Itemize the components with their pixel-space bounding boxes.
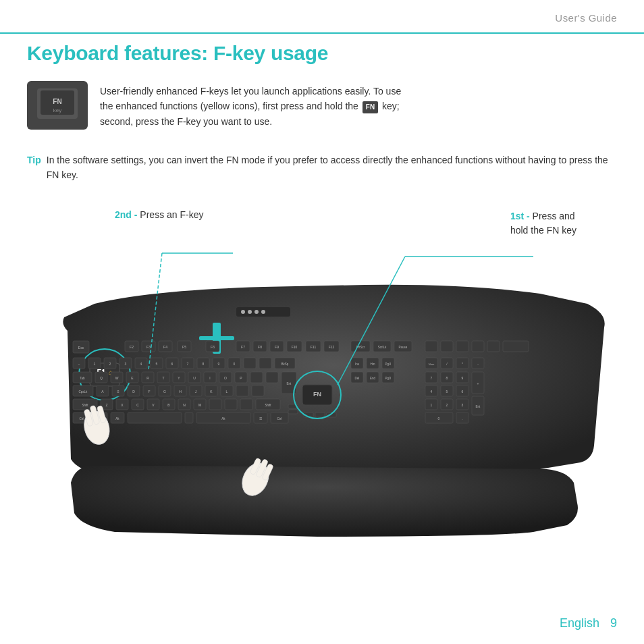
- svg-text:9: 9: [218, 362, 220, 366]
- svg-text:ScrlLk: ScrlLk: [378, 346, 387, 349]
- svg-text:FN: FN: [53, 98, 61, 105]
- fn-badge: FN: [363, 101, 378, 113]
- svg-point-24: [248, 310, 252, 314]
- svg-text:8: 8: [446, 376, 448, 380]
- svg-rect-48: [472, 341, 484, 352]
- svg-text:F4: F4: [163, 345, 167, 349]
- svg-text:Q: Q: [100, 376, 103, 380]
- svg-text:.: .: [462, 417, 462, 421]
- svg-text:Ctrl: Ctrl: [80, 417, 84, 421]
- footer: English 9: [560, 616, 617, 630]
- svg-text:BkSp: BkSp: [281, 363, 289, 366]
- svg-text:3: 3: [462, 403, 464, 407]
- svg-rect-176: [225, 399, 237, 410]
- intro-section: FN key User-friendly enhanced F-keys let…: [27, 81, 617, 130]
- svg-text:5: 5: [156, 362, 158, 366]
- svg-text:F: F: [148, 390, 150, 394]
- svg-rect-45: [425, 341, 437, 352]
- svg-text:1: 1: [94, 362, 96, 366]
- svg-text:F11: F11: [311, 345, 317, 349]
- svg-text:PgD: PgD: [385, 377, 392, 380]
- svg-text:1: 1: [431, 403, 433, 407]
- svg-text:L: L: [226, 390, 228, 394]
- svg-text:H: H: [179, 390, 182, 394]
- svg-text:F2: F2: [130, 345, 134, 349]
- svg-rect-175: [209, 399, 221, 410]
- svg-rect-50: [503, 341, 529, 352]
- svg-text:Ctrl: Ctrl: [277, 417, 282, 421]
- svg-rect-197: [185, 412, 193, 423]
- svg-text:F8: F8: [258, 345, 262, 349]
- svg-rect-151: [236, 385, 248, 396]
- svg-text:F10: F10: [292, 345, 298, 349]
- svg-text:Num: Num: [429, 363, 435, 366]
- svg-text:Ins: Ins: [355, 363, 360, 366]
- svg-text:W: W: [115, 376, 119, 380]
- footer-page-number: 9: [610, 616, 617, 630]
- svg-text:Ent: Ent: [476, 405, 481, 408]
- svg-rect-47: [456, 341, 468, 352]
- callout-1st-label: 1st - Press andhold the FN key: [510, 211, 576, 236]
- intro-text: User-friendly enhanced F-keys let you la…: [100, 81, 401, 129]
- svg-text:3: 3: [125, 362, 127, 366]
- callout-1st: 1st - Press andhold the FN key: [510, 209, 576, 238]
- svg-text:G: G: [163, 390, 166, 394]
- svg-text:7: 7: [187, 362, 189, 366]
- tip-label: Tip: [27, 153, 41, 183]
- svg-text:I: I: [209, 376, 210, 380]
- svg-text:Alt: Alt: [221, 417, 225, 421]
- header-title: User's Guide: [555, 12, 617, 24]
- svg-text:Esc: Esc: [78, 346, 84, 350]
- svg-text:2: 2: [109, 362, 111, 366]
- svg-text:Z: Z: [105, 403, 107, 407]
- svg-rect-73: [244, 358, 256, 369]
- svg-text:CpsLk: CpsLk: [79, 390, 88, 394]
- svg-text:F3: F3: [146, 345, 151, 349]
- svg-text:D: D: [132, 390, 135, 394]
- svg-text:T: T: [162, 376, 164, 380]
- svg-rect-181: [288, 410, 298, 414]
- svg-text:Shift: Shift: [265, 404, 271, 407]
- svg-text:5: 5: [446, 390, 448, 394]
- svg-rect-49: [487, 341, 500, 352]
- svg-rect-74: [259, 358, 271, 369]
- svg-text:8: 8: [203, 362, 205, 366]
- svg-text:7: 7: [431, 376, 433, 380]
- svg-text:FN: FN: [313, 391, 321, 398]
- svg-text:F5: F5: [182, 345, 186, 349]
- svg-text:+: +: [477, 381, 479, 385]
- svg-text:*: *: [462, 362, 463, 366]
- fn-key-thumbnail: FN key: [27, 81, 88, 130]
- svg-text:Hm: Hm: [371, 363, 375, 366]
- svg-text:Ent: Ent: [287, 382, 292, 385]
- svg-text:6: 6: [462, 390, 464, 394]
- svg-point-25: [254, 310, 259, 314]
- svg-text:0: 0: [438, 417, 440, 421]
- keyboard-illustration: Esc F1 ⌂ F2 F3 F4 F5 F6: [27, 236, 617, 554]
- svg-text:Tab: Tab: [80, 377, 85, 380]
- svg-point-23: [241, 310, 245, 314]
- svg-text:F9: F9: [275, 345, 279, 349]
- svg-rect-152: [252, 385, 264, 396]
- svg-text:End: End: [370, 377, 376, 380]
- tip-text: In the software settings, you can invert…: [47, 153, 617, 183]
- svg-rect-205: [315, 412, 325, 417]
- svg-text:N: N: [183, 403, 186, 407]
- svg-point-26: [261, 310, 265, 314]
- footer-language: English: [560, 616, 599, 630]
- svg-text:C: C: [136, 403, 139, 407]
- callout-2nd: 2nd - Press an F-key: [115, 209, 203, 220]
- svg-text:key: key: [53, 107, 61, 113]
- svg-text:F12: F12: [329, 345, 335, 349]
- svg-rect-113: [250, 372, 263, 383]
- svg-text:F6: F6: [211, 345, 215, 349]
- svg-rect-46: [441, 341, 453, 352]
- callout-2nd-label: 2nd - Press an F-key: [115, 209, 203, 220]
- svg-rect-177: [240, 399, 252, 410]
- svg-text:F7: F7: [241, 345, 245, 349]
- keyboard-diagram: 2nd - Press an F-key 1st - Press andhold…: [27, 203, 617, 554]
- svg-text:0: 0: [234, 362, 236, 366]
- svg-text:R: R: [146, 376, 149, 380]
- svg-text:PgU: PgU: [385, 363, 392, 366]
- svg-text:Shift: Shift: [82, 404, 88, 407]
